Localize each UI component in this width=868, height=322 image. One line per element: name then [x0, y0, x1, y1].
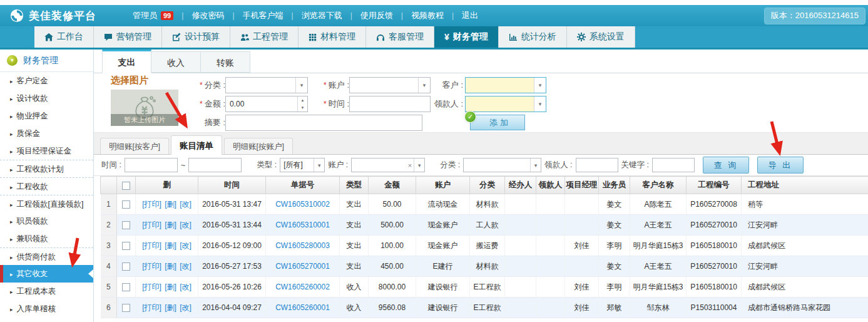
filter-keyword-input[interactable]	[652, 158, 695, 172]
delete-link[interactable]: [删]	[165, 262, 176, 271]
row-checkbox[interactable]	[122, 283, 130, 291]
amount-input[interactable]: 0.00▲▼	[225, 96, 308, 112]
sidebar-header[interactable]: ▼ 财务管理	[0, 49, 93, 72]
tab-income[interactable]: 收入	[151, 51, 201, 73]
print-link[interactable]: [打印]	[142, 283, 161, 291]
edit-link[interactable]: [改]	[180, 221, 191, 229]
top-menu-logout[interactable]: 退出	[462, 10, 478, 21]
filter-account-combo[interactable]: ×▾	[351, 158, 425, 172]
nav-tab-workbench[interactable]: 工作台	[34, 26, 94, 48]
image-picker[interactable]: 选择图片 暂未上传图片	[111, 75, 178, 126]
category-select[interactable]: ▾	[225, 77, 308, 93]
top-menu-video-tutorial[interactable]: 视频教程	[411, 10, 444, 21]
doc-number-link[interactable]: CW1605260002	[275, 283, 330, 291]
sidebar-item-staff-withdraw[interactable]: ▸职员领款	[0, 212, 93, 230]
print-link[interactable]: [打印]	[142, 262, 161, 271]
chevron-down-icon[interactable]: ▾	[295, 78, 307, 93]
delete-link[interactable]: [删]	[165, 283, 176, 291]
sidebar-item-other-income-expense[interactable]: ▸其它收支	[0, 265, 93, 283]
doc-number-link[interactable]: CW1605270001	[275, 262, 330, 271]
sidebar-item-parttime-withdraw[interactable]: ▸兼职领款	[0, 230, 93, 247]
top-menu-mobile-client[interactable]: 手机客户端	[243, 10, 283, 21]
image-placeholder-box[interactable]: 暂未上传图片	[111, 90, 178, 126]
nav-tab-system-settings[interactable]: 系统设置	[567, 26, 635, 48]
nav-tab-design-budget[interactable]: 设计预算	[162, 26, 230, 48]
row-checkbox[interactable]	[122, 242, 130, 250]
top-menu-admin[interactable]: 管理员99	[133, 10, 173, 21]
delete-link[interactable]: [删]	[165, 241, 176, 250]
top-menu-feedback[interactable]: 使用反馈	[360, 10, 393, 21]
edit-link[interactable]: [改]	[180, 303, 191, 312]
chevron-down-icon[interactable]: ▾	[418, 78, 430, 93]
filter-time-to-input[interactable]	[188, 158, 242, 172]
sidebar-item-project-receipt-plan[interactable]: ▸工程收款计划	[0, 160, 93, 177]
nav-tab-statistics[interactable]: 统计分析	[499, 26, 567, 48]
tab-transfer[interactable]: 转账	[201, 51, 250, 73]
chevron-down-icon[interactable]: ▾	[530, 158, 541, 172]
filter-type-select[interactable]: [所有]▾	[280, 158, 325, 172]
doc-number-link[interactable]: CW1605260001	[275, 303, 330, 312]
sidebar-item-project-cost-table[interactable]: ▸工程成本表	[0, 283, 93, 300]
search-button[interactable]: 查 询	[703, 157, 749, 174]
print-link[interactable]: [打印]	[142, 303, 161, 312]
filter-payee-input[interactable]	[576, 158, 618, 172]
clear-icon[interactable]: ×	[406, 162, 414, 169]
row-checkbox[interactable]	[122, 221, 130, 229]
nav-tab-customer-service[interactable]: 客服管理	[366, 26, 434, 48]
print-link[interactable]: [打印]	[142, 241, 161, 250]
doc-number-link[interactable]: CW1605280003	[275, 241, 330, 250]
subtab-account-list[interactable]: 账目清单	[171, 135, 222, 155]
sidebar-item-warranty-deposit[interactable]: ▸质保金	[0, 125, 93, 142]
sidebar-item-inbound-audit[interactable]: ▸入库单稽核	[0, 300, 93, 318]
delete-link[interactable]: [删]	[165, 221, 176, 229]
message-count-badge[interactable]: 99	[161, 11, 173, 20]
image-picker-title[interactable]: 选择图片	[111, 75, 178, 86]
summary-input[interactable]	[225, 115, 422, 131]
chevron-down-icon[interactable]: ▾	[314, 158, 324, 172]
sidebar-item-design-receipt[interactable]: ▸设计收款	[0, 90, 93, 107]
time-input[interactable]	[349, 96, 431, 112]
sidebar-item-pm-deposit[interactable]: ▸项目经理保证金	[0, 142, 93, 160]
sidebar-item-project-withdraw[interactable]: ▸工程领款[直接领款]	[0, 195, 93, 212]
delete-link[interactable]: [删]	[165, 200, 176, 209]
row-checkbox[interactable]	[122, 304, 130, 312]
doc-number-link[interactable]: CW1605310001	[275, 221, 330, 229]
nav-tab-material-mgmt[interactable]: 材料管理	[299, 26, 366, 48]
nav-tab-marketing[interactable]: 营销管理	[94, 26, 162, 48]
account-select[interactable]: ▾	[349, 77, 431, 93]
chevron-down-icon[interactable]: ▾	[534, 78, 546, 93]
print-link[interactable]: [打印]	[142, 200, 161, 209]
subtab-detail-by-account[interactable]: 明细账[按账户]	[224, 138, 293, 154]
edit-link[interactable]: [改]	[180, 200, 191, 209]
doc-number-link[interactable]: CW1605310002	[275, 200, 330, 209]
edit-link[interactable]: [改]	[180, 241, 191, 250]
collapse-icon[interactable]: ▼	[7, 55, 18, 66]
sidebar-item-supplier-payment[interactable]: ▸供货商付款	[0, 247, 93, 265]
nav-tab-project-mgmt[interactable]: 工程管理	[230, 26, 299, 48]
chevron-down-icon[interactable]: ▾	[414, 158, 424, 172]
sidebar-item-project-receipt[interactable]: ▸工程收款	[0, 177, 93, 195]
filter-time-from-input[interactable]	[125, 158, 178, 172]
filter-category-select[interactable]: ▾	[463, 158, 541, 172]
tab-expense[interactable]: 支出	[102, 49, 151, 73]
payee-select[interactable]: ▾	[465, 96, 546, 112]
export-button[interactable]: 导 出	[757, 157, 804, 174]
row-checkbox[interactable]	[122, 262, 130, 271]
print-link[interactable]: [打印]	[142, 221, 161, 229]
sidebar-item-property-deposit[interactable]: ▸物业押金	[0, 107, 93, 125]
subtab-detail-by-customer[interactable]: 明细账[按客户]	[100, 138, 169, 154]
nav-tab-finance-mgmt[interactable]: ¥ 财务管理	[434, 26, 499, 48]
edit-link[interactable]: [改]	[180, 262, 191, 271]
select-all-checkbox[interactable]	[122, 182, 130, 190]
sidebar-item-customer-deposit[interactable]: ▸客户定金	[0, 72, 93, 90]
top-menu-browser-download[interactable]: 浏览器下载	[302, 10, 342, 21]
row-checkbox[interactable]	[122, 200, 130, 209]
edit-link[interactable]: [改]	[180, 283, 191, 291]
add-button[interactable]: 添加	[470, 115, 525, 130]
top-menu-change-password[interactable]: 修改密码	[191, 10, 224, 21]
delete-link[interactable]: [删]	[165, 303, 176, 312]
chevron-down-icon[interactable]: ▾	[534, 96, 546, 112]
customer-select[interactable]: ▾	[465, 77, 546, 93]
amount-spinner[interactable]: ▲▼	[297, 96, 307, 112]
cell-handler	[505, 215, 536, 236]
